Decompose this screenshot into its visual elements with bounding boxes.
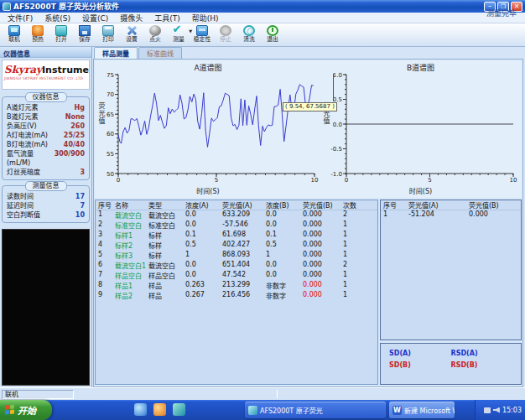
table-cell: 0.267 [183,291,220,301]
tab-1[interactable]: 标准曲线 [138,47,182,59]
table-cell: 7 [96,271,112,281]
quick-launch-icon[interactable] [173,403,185,416]
svg-text:5: 5 [215,177,218,184]
svg-text:-1.0: -1.0 [330,171,342,178]
menu-item[interactable]: 设置(C) [76,13,114,23]
stat-label: SD(B) [389,361,451,373]
toolbar-button-print[interactable]: 打印 [96,25,119,44]
table-row[interactable]: 8样品1样品0.263213.299非数字0.0001 [96,281,377,291]
taskbar: 开始 AFS2000T 原子荧光W新建 Microsoft W... 15:03 [0,400,525,420]
menu-item[interactable]: 文件(F) [2,13,39,23]
toolbar-button-open[interactable]: 打开 [49,25,72,44]
table-row[interactable]: 7样品空白样品空白0.047.5420.00.0001 [96,271,377,281]
stat-label: RSD(B) [451,361,513,373]
menu-item[interactable]: 工具(T) [148,13,186,23]
table-cell: 样品空白 [146,271,183,281]
right-panel: 序号荧光值(A)荧光值(B) 1-51.2040.000 SD(A)RSD(A)… [380,200,522,385]
table-cell: 0.0 [183,261,220,271]
sample-results-table: 序号名称类型浓度(A)荧光值(A)浓度(B)荧光值(B)次数 1载流空白载流空白… [95,200,378,385]
clock: 15:03 [502,407,522,414]
table-row[interactable]: 2标准空白标准空白0.0-57.5460.00.0001 [96,220,377,231]
taskbar-button[interactable]: W新建 Microsoft W... [389,402,455,418]
table-header-row: 序号荧光值(A)荧光值(B) [381,200,521,210]
toolbar: 联机 预热 打开 保存 打印 设置 点火 测量 ▼ 稳定性 停止 清洗 退出 [0,23,525,47]
svg-text:5: 5 [428,177,431,184]
info-row: B道灯元素None [4,112,87,122]
power-exit-icon [267,25,278,36]
table-cell: 非数字 [263,281,300,291]
menu-item[interactable]: 摄像头 [114,13,148,23]
camera-view [2,229,90,386]
table-cell: 载流空白1 [112,261,146,271]
brand-logo: SkyrayInstrument JIANGSU SKYRAY INSTRUME… [2,60,90,90]
column-header: 荧光值(B) [300,200,340,210]
tab-0[interactable]: 样品测量 [94,47,138,59]
toolbar-button-stability[interactable]: 稳定性 [190,25,213,44]
table-row[interactable]: 1载流空白载流空白0.0633.2090.00.0002 [96,210,377,220]
table-cell: 2 [340,261,371,271]
table-cell: 2 [340,210,371,220]
cursor-marker-line [333,74,334,101]
volume-icon[interactable] [493,407,500,413]
menu-item[interactable]: 系统(S) [39,13,76,23]
table-cell: 标样 [146,241,183,251]
taskbar-button[interactable]: AFS2000T 原子荧光 [245,402,386,418]
table-row[interactable]: 4标样2标样0.5402.4270.50.0001 [96,241,377,251]
table-cell: 61.698 [220,231,263,241]
brand-name-red: Skyray [4,64,42,75]
tray-icon[interactable] [484,407,491,413]
table-header-row: 序号名称类型浓度(A)荧光值(A)浓度(B)荧光值(B)次数 [96,200,377,210]
table-cell: 标样2 [112,241,146,251]
table-cell: 0.000 [300,220,340,231]
table-cell: 402.427 [220,241,263,251]
table-cell: 4 [96,241,112,251]
svg-text:0: 0 [117,177,120,184]
stat-label: SD(A) [389,350,451,361]
table-cell: 样品空白 [112,271,146,281]
svg-text:75: 75 [107,72,114,79]
svg-text:50: 50 [107,171,114,178]
data-point-tooltip: ( 9.54, 67.5687 ) [283,102,337,111]
table-row[interactable]: 9样品2样品0.267216.456非数字0.0001 [96,291,377,301]
svg-text:60: 60 [107,131,114,137]
channel-b-chart: B道谱图 荧光值 -1.0-0.50.00.51.00510 时间(S) [321,62,520,196]
table-cell: 0.0 [183,220,220,231]
info-row: 灯丝亮暗度3 [4,168,87,177]
quick-launch-icon[interactable] [134,403,147,416]
toolbar-button-clean[interactable]: 清洗 [237,25,260,44]
svg-text:55: 55 [107,151,114,158]
table-cell: 0.000 [300,231,340,241]
toolbar-button-measure[interactable]: 测量 ▼ [167,25,190,44]
table-cell: 8 [96,281,112,291]
toolbar-button-preheat[interactable]: 预热 [26,25,49,44]
toolbar-button-connect[interactable]: 联机 [3,25,25,44]
info-row: 延迟时间7 [4,201,87,210]
column-header: 浓度(A) [183,200,220,210]
menu-item[interactable]: 帮助(H) [186,13,225,23]
floppy-save-icon [79,25,91,36]
info-row: 氩气流量(mL/M)300/900 [4,149,87,168]
table-cell: 0.1 [263,231,300,241]
channel-a-chart: A道谱图 荧光值 5055606570750510 时间(S) [96,62,320,196]
toolbar-button-save[interactable]: 保存 [73,25,96,44]
table-cell: 载流空白 [146,210,183,220]
table-cell: 1 [183,251,220,261]
quick-launch-icon[interactable] [153,403,166,416]
table-row[interactable]: 1-51.2040.000 [381,210,521,220]
table-cell: -51.204 [406,210,466,220]
table-cell: 1 [340,231,371,241]
table-row[interactable]: 6载流空白1载流空白0.0651.4040.00.0002 [96,261,377,271]
brand-tagline: JIANGSU SKYRAY INSTRUMENT CO.,LTD [4,75,66,80]
toolbar-button-exit[interactable]: 退出 [261,25,283,44]
table-cell: 651.404 [220,261,263,271]
start-button[interactable]: 开始 [0,400,52,420]
table-cell: 868.093 [220,251,263,261]
table-row[interactable]: 3标样1标样0.161.6980.10.0001 [96,231,377,241]
toolbar-button-ignite[interactable]: 点火 [143,25,166,44]
chart-plot: 5055606570750510 [96,71,320,184]
table-cell: 0.0 [263,271,300,281]
quick-launch [134,403,185,416]
table-cell: 1 [340,220,371,231]
toolbar-button-settings[interactable]: 设置 [120,25,143,44]
table-row[interactable]: 5标样3标样1868.09310.0001 [96,251,377,261]
